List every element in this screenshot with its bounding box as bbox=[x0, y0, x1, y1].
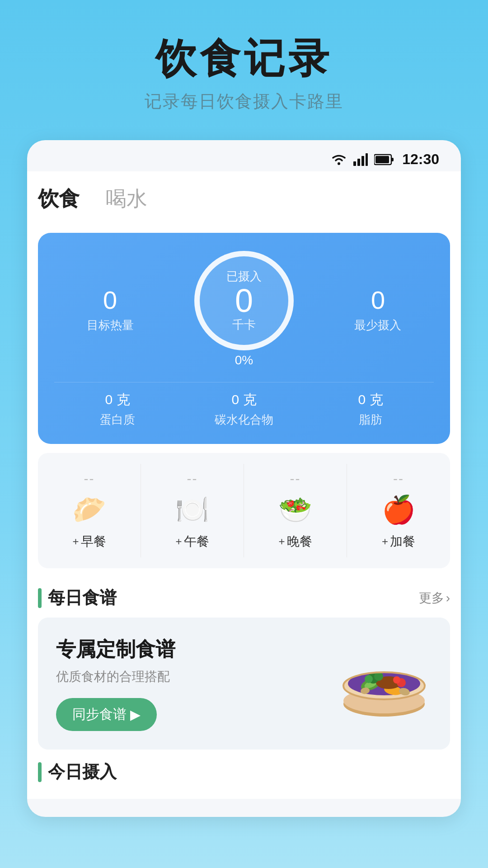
header-section: 饮食记录 记录每日饮食摄入卡路里 bbox=[0, 0, 488, 131]
recipe-food-svg bbox=[334, 634, 434, 733]
nutrition-top-row: 0 目标热量 已摄入 0 千卡 0% 0 最少摄入 bbox=[54, 251, 434, 368]
svg-rect-1 bbox=[353, 161, 356, 166]
meal-lunch[interactable]: -- 🍽️ + 午餐 bbox=[141, 464, 244, 557]
battery-icon bbox=[374, 154, 394, 165]
tab-food[interactable]: 饮食 bbox=[38, 176, 92, 222]
dinner-dash: -- bbox=[290, 471, 301, 486]
nutrition-card: 0 目标热量 已摄入 0 千卡 0% 0 最少摄入 bbox=[38, 233, 450, 444]
lunch-label: + 午餐 bbox=[175, 533, 209, 550]
svg-rect-2 bbox=[357, 159, 360, 166]
meal-grid: -- 🥟 + 早餐 -- 🍽️ + 午餐 -- 🥗 + bbox=[38, 453, 450, 568]
wifi-icon bbox=[331, 153, 347, 166]
snack-icon: 🍎 bbox=[382, 494, 416, 526]
recipe-card-subtitle: 优质食材的合理搭配 bbox=[56, 668, 325, 685]
breakfast-icon: 🥟 bbox=[72, 494, 106, 526]
recipes-more-arrow: › bbox=[446, 591, 450, 605]
lunch-dash: -- bbox=[187, 471, 198, 486]
protein-value: 0 克 bbox=[54, 391, 181, 409]
svg-rect-6 bbox=[391, 158, 394, 161]
breakfast-label: + 早餐 bbox=[72, 533, 106, 550]
svg-rect-4 bbox=[366, 153, 368, 166]
meal-snack[interactable]: -- 🍎 + 加餐 bbox=[347, 464, 450, 557]
recipes-more-btn[interactable]: 更多 › bbox=[419, 590, 450, 607]
dinner-plus: + bbox=[278, 535, 285, 548]
dinner-label: + 晚餐 bbox=[278, 533, 312, 550]
target-calories-label: 目标热量 bbox=[54, 317, 166, 333]
min-intake: 0 最少摄入 bbox=[322, 285, 434, 333]
svg-point-0 bbox=[338, 162, 340, 165]
snack-label: + 加餐 bbox=[382, 533, 415, 550]
recipes-section-bar bbox=[38, 588, 42, 608]
recipes-title-wrap: 每日食谱 bbox=[38, 586, 117, 609]
svg-rect-3 bbox=[361, 156, 364, 166]
signal-icon bbox=[353, 153, 368, 166]
app-title: 饮食记录 bbox=[0, 36, 488, 81]
svg-point-21 bbox=[393, 676, 400, 684]
recipes-section-header: 每日食谱 更多 › bbox=[38, 579, 450, 618]
carbs-stat: 0 克 碳水化合物 bbox=[181, 391, 307, 428]
recipe-card-text: 专属定制食谱 优质食材的合理搭配 同步食谱 ▶ bbox=[56, 636, 325, 731]
recipe-card: 专属定制食谱 优质食材的合理搭配 同步食谱 ▶ bbox=[38, 618, 450, 750]
target-calories: 0 目标热量 bbox=[54, 285, 166, 333]
consumed-label: 已摄入 bbox=[226, 269, 262, 284]
today-title-wrap: 今日摄入 bbox=[38, 760, 117, 783]
calories-circle: 已摄入 0 千卡 0% bbox=[166, 251, 322, 368]
today-section-bar bbox=[38, 762, 42, 782]
tab-bar: 饮食 喝水 bbox=[38, 171, 450, 222]
recipes-section-title: 每日食谱 bbox=[48, 586, 117, 609]
recipe-image bbox=[334, 634, 434, 733]
today-intake-section-header: 今日摄入 bbox=[38, 760, 450, 788]
consumed-unit: 千卡 bbox=[232, 317, 256, 333]
carbs-value: 0 克 bbox=[181, 391, 307, 409]
min-intake-value: 0 bbox=[322, 285, 434, 315]
snack-plus: + bbox=[382, 535, 388, 548]
svg-rect-7 bbox=[375, 156, 389, 163]
svg-point-19 bbox=[365, 675, 373, 683]
main-card: 12:30 饮食 喝水 0 目标热量 已摄入 0 千卡 bbox=[27, 140, 461, 817]
protein-stat: 0 克 蛋白质 bbox=[54, 391, 181, 428]
fat-value: 0 克 bbox=[307, 391, 434, 409]
recipe-card-title: 专属定制食谱 bbox=[56, 636, 325, 663]
breakfast-plus: + bbox=[72, 535, 79, 548]
min-intake-label: 最少摄入 bbox=[322, 317, 434, 333]
lunch-icon: 🍽️ bbox=[175, 494, 209, 526]
protein-label: 蛋白质 bbox=[54, 412, 181, 428]
app-subtitle: 记录每日饮食摄入卡路里 bbox=[0, 90, 488, 113]
consumed-percent: 0% bbox=[235, 353, 253, 368]
fat-stat: 0 克 脂肪 bbox=[307, 391, 434, 428]
meal-dinner[interactable]: -- 🥗 + 晚餐 bbox=[244, 464, 347, 557]
carbs-label: 碳水化合物 bbox=[181, 412, 307, 428]
main-content: 饮食 喝水 0 目标热量 已摄入 0 千卡 0% bbox=[27, 171, 461, 799]
meal-breakfast[interactable]: -- 🥟 + 早餐 bbox=[38, 464, 141, 557]
lunch-plus: + bbox=[175, 535, 182, 548]
status-time: 12:30 bbox=[402, 151, 439, 168]
sync-recipe-button[interactable]: 同步食谱 ▶ bbox=[56, 698, 157, 731]
snack-dash: -- bbox=[393, 471, 404, 486]
today-section-title: 今日摄入 bbox=[48, 760, 117, 783]
macro-row: 0 克 蛋白质 0 克 碳水化合物 0 克 脂肪 bbox=[54, 382, 434, 428]
fat-label: 脂肪 bbox=[307, 412, 434, 428]
status-bar: 12:30 bbox=[27, 140, 461, 171]
consumed-value: 0 bbox=[235, 284, 253, 317]
tab-water[interactable]: 喝水 bbox=[106, 176, 160, 222]
breakfast-dash: -- bbox=[84, 471, 95, 486]
circle-outer: 已摄入 0 千卡 bbox=[194, 251, 294, 350]
target-calories-value: 0 bbox=[54, 285, 166, 315]
dinner-icon: 🥗 bbox=[278, 494, 312, 526]
